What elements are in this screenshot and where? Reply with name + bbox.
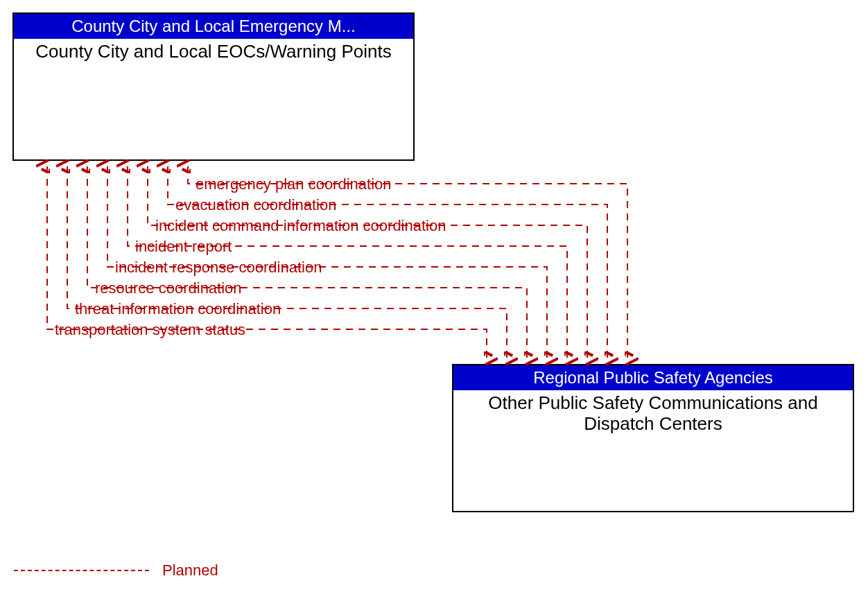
flow-label-incident-report: incident report (134, 238, 233, 256)
flow-label-incident-command: incident command information coordinatio… (154, 217, 447, 235)
flow-label-emergency-plan: emergency plan coordination (194, 175, 393, 193)
flow-label-evacuation: evacuation coordination (174, 196, 338, 214)
entity-box-regional-safety: Regional Public Safety Agencies Other Pu… (452, 364, 854, 512)
flow-label-resource: resource coordination (94, 279, 243, 297)
entity-header-regional: Regional Public Safety Agencies (453, 365, 853, 390)
flow-label-transport: transportation system status (53, 321, 247, 339)
entity-body-regional: Other Public Safety Communications and D… (453, 390, 853, 437)
flow-label-threat: threat information coordination (73, 300, 282, 318)
entity-body-county: County City and Local EOCs/Warning Point… (14, 39, 413, 65)
legend-label: Planned (162, 561, 218, 580)
entity-box-county-eocs: County City and Local Emergency M... Cou… (12, 12, 415, 161)
legend-dashed-line (14, 570, 149, 571)
flow-label-incident-response: incident response coordination (114, 259, 323, 277)
entity-header-county: County City and Local Emergency M... (14, 14, 413, 39)
